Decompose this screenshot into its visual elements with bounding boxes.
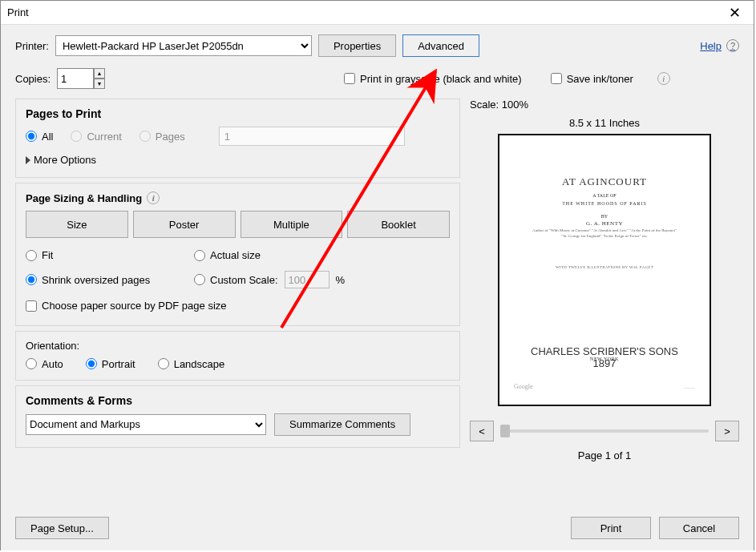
choose-source-checkbox[interactable]: Choose paper source by PDF page size	[26, 300, 227, 312]
advanced-button[interactable]: Advanced	[402, 34, 479, 57]
orientation-landscape-radio[interactable]: Landscape	[158, 358, 225, 370]
properties-button[interactable]: Properties	[318, 34, 396, 57]
scale-label: Scale: 100%	[470, 99, 739, 111]
comments-title: Comments & Forms	[26, 394, 450, 407]
help-icon: ?	[726, 39, 739, 52]
window-title: Print	[7, 6, 29, 18]
info-icon[interactable]: i	[657, 72, 670, 85]
grayscale-checkbox[interactable]: Print in grayscale (black and white)	[344, 73, 522, 85]
actual-size-radio[interactable]: Actual size	[194, 249, 450, 261]
preview-prev-button[interactable]: <	[470, 421, 494, 441]
shrink-radio[interactable]: Shrink oversized pages	[26, 274, 186, 286]
copies-spin-up[interactable]: ▲	[94, 68, 105, 79]
multiple-button[interactable]: Multiple	[241, 211, 343, 238]
orientation-label: Orientation:	[26, 340, 450, 352]
grayscale-label: Print in grayscale (black and white)	[360, 73, 522, 85]
paper-dimensions: 8.5 x 11 Inches	[470, 117, 739, 129]
printer-label: Printer:	[15, 40, 49, 52]
size-button[interactable]: Size	[26, 211, 128, 238]
help-link[interactable]: Help ?	[700, 39, 739, 52]
orientation-auto-radio[interactable]: Auto	[26, 358, 63, 370]
page-setup-button[interactable]: Page Setup...	[15, 517, 109, 539]
save-ink-label: Save ink/toner	[567, 73, 633, 85]
percent-label: %	[336, 274, 346, 286]
pages-all-radio[interactable]: All	[26, 131, 53, 143]
pages-current-radio[interactable]: Current	[71, 131, 121, 143]
fit-radio[interactable]: Fit	[26, 249, 186, 261]
orientation-portrait-radio[interactable]: Portrait	[86, 358, 135, 370]
comments-select[interactable]: Document and Markups	[26, 414, 266, 435]
more-options-toggle[interactable]: More Options	[26, 154, 450, 166]
custom-scale-input[interactable]	[285, 271, 329, 288]
pages-range-radio[interactable]: Pages	[139, 131, 185, 143]
copies-input[interactable]	[57, 68, 94, 89]
printer-select[interactable]: Hewlett-Packard HP LaserJet P2055dn	[55, 35, 312, 56]
page-indicator: Page 1 of 1	[470, 449, 739, 461]
pages-range-input[interactable]	[219, 127, 405, 146]
print-button[interactable]: Print	[571, 517, 651, 539]
booklet-button[interactable]: Booklet	[347, 211, 450, 238]
cancel-button[interactable]: Cancel	[659, 517, 739, 539]
info-icon[interactable]: i	[147, 191, 160, 204]
chevron-right-icon	[26, 156, 30, 164]
preview-next-button[interactable]: >	[715, 421, 739, 441]
copies-spin-down[interactable]: ▼	[94, 79, 105, 89]
poster-button[interactable]: Poster	[133, 211, 236, 238]
pages-to-print-title: Pages to Print	[26, 107, 450, 120]
close-icon[interactable]: ✕	[722, 4, 747, 22]
help-label: Help	[700, 40, 722, 52]
summarize-comments-button[interactable]: Summarize Comments	[274, 413, 410, 436]
save-ink-checkbox[interactable]: Save ink/toner	[551, 73, 633, 85]
sizing-title: Page Sizing & Handling	[26, 192, 142, 204]
preview-slider[interactable]	[500, 429, 709, 433]
slider-thumb[interactable]	[500, 425, 510, 437]
print-preview: AT AGINCOURT A TALE OF THE WHITE HOODS O…	[498, 134, 711, 406]
copies-label: Copies:	[15, 73, 51, 85]
custom-scale-radio[interactable]: Custom Scale:	[194, 274, 278, 286]
